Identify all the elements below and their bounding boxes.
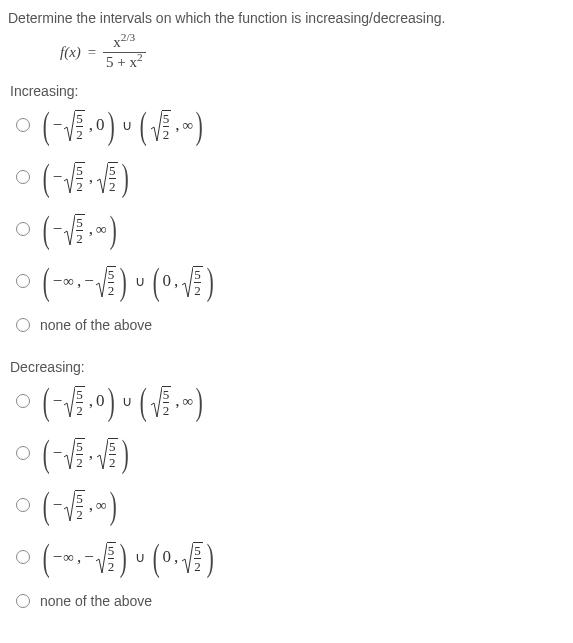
radio-icon [16, 118, 30, 132]
dec-option-2[interactable]: ( − 52 , 52 ) [16, 433, 565, 473]
frac-d: 2 [76, 230, 83, 245]
math-expr: ( − 52 , 52 ) [40, 438, 131, 469]
comma: , [77, 547, 81, 567]
den-b: x [129, 54, 137, 70]
minus: − [53, 271, 63, 291]
inc-option-4[interactable]: ( −∞ , − 52 ) ∪ ( 0 , 52 ) [16, 261, 565, 301]
radio-icon [16, 170, 30, 184]
function-fraction: x2/3 5 + x2 [103, 34, 146, 71]
frac-n: 5 [108, 544, 115, 558]
minus: − [53, 219, 63, 239]
frac-d: 2 [76, 506, 83, 521]
inc-option-2[interactable]: ( − 52 , 52 ) [16, 157, 565, 197]
minus: − [53, 391, 63, 411]
sqrt-icon: 52 [64, 386, 85, 417]
increasing-options: ( − 52 , 0 ) ∪ ( 52 , ∞ ) ( − [16, 105, 565, 337]
frac-d: 2 [194, 282, 201, 297]
none-text: none of the above [40, 317, 152, 333]
num-base: x [113, 34, 121, 50]
radio-icon [16, 394, 30, 408]
num-exp: 2/3 [121, 31, 135, 43]
comma: , [89, 115, 93, 135]
sqrt-icon: 52 [64, 110, 85, 141]
dec-option-1[interactable]: ( − 52 , 0 ) ∪ ( 52 , ∞ ) [16, 381, 565, 421]
comma: , [89, 167, 93, 187]
radio-icon [16, 222, 30, 236]
dec-option-4[interactable]: ( −∞ , − 52 ) ∪ ( 0 , 52 ) [16, 537, 565, 577]
minus: − [84, 547, 94, 567]
math-expr: ( − 52 , 0 ) ∪ ( 52 , ∞ ) [40, 110, 206, 141]
frac-d: 2 [109, 454, 116, 469]
frac-n: 5 [76, 440, 83, 454]
infinity: ∞ [183, 393, 194, 410]
zero: 0 [96, 391, 105, 411]
minus: − [53, 443, 63, 463]
comma: , [175, 391, 179, 411]
zero: 0 [96, 115, 105, 135]
comma: , [174, 547, 178, 567]
inc-option-1[interactable]: ( − 52 , 0 ) ∪ ( 52 , ∞ ) [16, 105, 565, 145]
math-expr: ( − 52 , 52 ) [40, 162, 131, 193]
frac-n: 5 [163, 112, 170, 126]
math-expr: ( −∞ , − 52 ) ∪ ( 0 , 52 ) [40, 542, 217, 573]
union: ∪ [135, 273, 145, 290]
sqrt-icon: 52 [182, 266, 203, 297]
infinity: ∞ [183, 117, 194, 134]
minus: − [53, 167, 63, 187]
frac-d: 2 [163, 402, 170, 417]
frac-d: 2 [109, 178, 116, 193]
union: ∪ [122, 117, 132, 134]
dec-option-3[interactable]: ( − 52 , ∞ ) [16, 485, 565, 525]
math-expr: ( − 52 , ∞ ) [40, 490, 119, 521]
sqrt-icon: 52 [96, 266, 117, 297]
comma: , [77, 271, 81, 291]
radio-icon [16, 318, 30, 332]
math-expr: ( − 52 , ∞ ) [40, 214, 119, 245]
comma: , [89, 443, 93, 463]
frac-d: 2 [194, 558, 201, 573]
frac-d: 2 [108, 558, 115, 573]
frac-n: 5 [76, 492, 83, 506]
union: ∪ [122, 393, 132, 410]
dec-option-5[interactable]: none of the above [16, 589, 565, 613]
radio-icon [16, 274, 30, 288]
frac-d: 2 [76, 402, 83, 417]
sqrt-icon: 52 [64, 214, 85, 245]
sqrt-icon: 52 [151, 386, 172, 417]
den-exp: 2 [137, 51, 143, 63]
frac-n: 5 [109, 164, 116, 178]
sqrt-icon: 52 [97, 162, 118, 193]
zero: 0 [163, 271, 172, 291]
math-expr: ( −∞ , − 52 ) ∪ ( 0 , 52 ) [40, 266, 217, 297]
radio-icon [16, 594, 30, 608]
frac-n: 5 [76, 164, 83, 178]
frac-d: 2 [76, 454, 83, 469]
frac-d: 2 [76, 178, 83, 193]
frac-n: 5 [76, 388, 83, 402]
frac-n: 5 [194, 268, 201, 282]
frac-d: 2 [163, 126, 170, 141]
union: ∪ [135, 549, 145, 566]
comma: , [174, 271, 178, 291]
frac-d: 2 [108, 282, 115, 297]
sqrt-icon: 52 [64, 490, 85, 521]
equals-sign: = [87, 44, 97, 61]
comma: , [89, 391, 93, 411]
inc-option-5[interactable]: none of the above [16, 313, 565, 337]
increasing-label: Increasing: [10, 83, 565, 99]
function-definition: f(x) = x2/3 5 + x2 [60, 34, 565, 71]
sqrt-icon: 52 [151, 110, 172, 141]
math-expr: ( − 52 , 0 ) ∪ ( 52 , ∞ ) [40, 386, 206, 417]
comma: , [89, 495, 93, 515]
frac-n: 5 [109, 440, 116, 454]
frac-n: 5 [163, 388, 170, 402]
sqrt-icon: 52 [182, 542, 203, 573]
none-text: none of the above [40, 593, 152, 609]
radio-icon [16, 550, 30, 564]
zero: 0 [163, 547, 172, 567]
sqrt-icon: 52 [96, 542, 117, 573]
inc-option-3[interactable]: ( − 52 , ∞ ) [16, 209, 565, 249]
minus: − [53, 547, 63, 567]
decreasing-options: ( − 52 , 0 ) ∪ ( 52 , ∞ ) ( − [16, 381, 565, 613]
den-plus: + [113, 54, 129, 70]
